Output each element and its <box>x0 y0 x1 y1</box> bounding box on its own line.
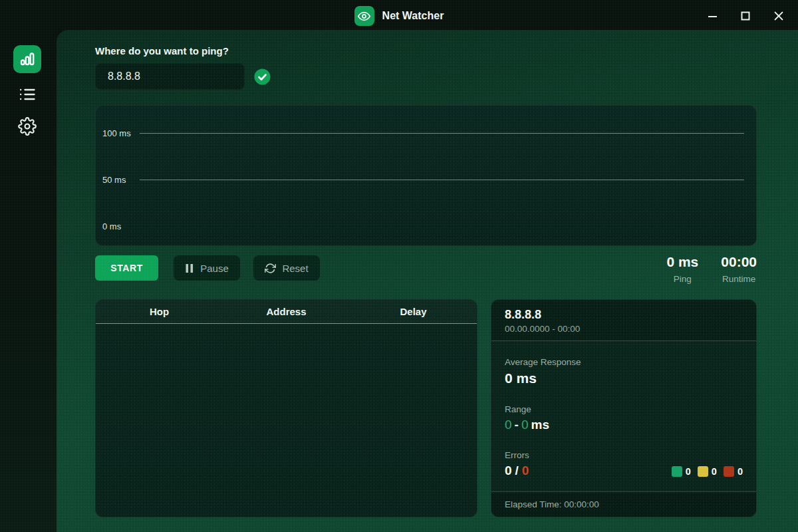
session-body: Average Response 0 ms Range 0-0ms Errors… <box>491 341 756 491</box>
legend-item-success: 0 <box>672 466 691 477</box>
pause-icon <box>185 263 194 273</box>
range-label: Range <box>505 404 743 414</box>
sidebar-item-results[interactable] <box>15 82 39 106</box>
error-count: 0 <box>737 466 743 477</box>
range-max: 0 <box>521 418 529 432</box>
success-count: 0 <box>686 466 691 477</box>
reset-icon <box>265 263 276 274</box>
session-target: 8.8.8.8 <box>505 308 743 322</box>
warning-swatch-icon <box>698 466 708 477</box>
ping-stat: 0 ms Ping <box>666 254 698 284</box>
app-logo <box>354 6 374 26</box>
bar-chart-icon <box>19 51 35 67</box>
pause-button[interactable]: Pause <box>174 255 240 281</box>
y-tick-50: 50 ms <box>102 175 134 185</box>
maximize-icon <box>741 11 750 21</box>
runtime-value: 00:00 <box>721 254 757 270</box>
reset-label: Reset <box>282 263 308 274</box>
gridline-50ms: 50 ms <box>102 175 744 184</box>
legend-item-error: 0 <box>724 466 743 477</box>
pause-label: Pause <box>200 263 229 274</box>
error-swatch-icon <box>724 466 734 477</box>
average-response-value: 0 ms <box>505 370 743 386</box>
check-circle-icon <box>254 68 271 85</box>
valid-target-indicator <box>254 68 271 85</box>
errors-total: 0 <box>522 464 529 477</box>
y-tick-0: 0 ms <box>102 221 134 231</box>
ping-question-label: Where do you want to ping? <box>95 45 229 57</box>
range-section: Range 0-0ms <box>505 404 743 432</box>
gridline-100ms: 100 ms <box>102 128 744 138</box>
success-swatch-icon <box>672 466 682 477</box>
reset-button[interactable]: Reset <box>253 255 320 281</box>
column-header-delay: Delay <box>350 306 477 317</box>
legend-item-warning: 0 <box>698 466 717 477</box>
range-separator: - <box>512 418 521 432</box>
start-button[interactable]: START <box>95 255 158 281</box>
gridline <box>140 133 744 134</box>
gridline <box>140 180 744 180</box>
errors-current: 0 <box>505 464 512 477</box>
gridline-0ms: 0 ms <box>102 221 744 231</box>
ping-stat-label: Ping <box>674 274 692 284</box>
elapsed-time: Elapsed Time: 00:00:00 <box>491 491 756 517</box>
sidebar-item-settings[interactable] <box>15 114 39 138</box>
average-response-label: Average Response <box>505 357 743 367</box>
warning-count: 0 <box>712 466 717 477</box>
errors-value: 0/0 <box>505 464 529 478</box>
minimize-button[interactable] <box>704 7 721 25</box>
errors-block: Errors 0/0 <box>505 450 529 478</box>
range-unit: ms <box>531 418 549 432</box>
ping-chart: 100 ms 50 ms 0 ms <box>95 105 757 246</box>
session-details-panel: 8.8.8.8 00.00.0000 - 00:00 Average Respo… <box>491 299 757 517</box>
window-controls <box>704 0 787 32</box>
list-icon <box>18 85 37 104</box>
ping-target-input[interactable] <box>95 63 245 90</box>
column-header-hop: Hop <box>96 306 223 317</box>
sidebar <box>0 32 57 532</box>
errors-section: Errors 0/0 0 0 0 <box>505 450 743 478</box>
runtime-stat-label: Runtime <box>722 274 755 284</box>
range-value: 0-0ms <box>505 418 743 432</box>
app-title: Net Watcher <box>382 10 444 22</box>
session-header: 8.8.8.8 00.00.0000 - 00:00 <box>491 300 756 341</box>
sidebar-item-monitor[interactable] <box>13 45 41 73</box>
controls-row: START Pause Reset <box>95 255 320 281</box>
hop-table-header: Hop Address Delay <box>96 300 477 324</box>
close-icon <box>773 11 784 21</box>
errors-separator: / <box>512 464 522 477</box>
session-datetime: 00.00.0000 - 00:00 <box>505 324 743 334</box>
hop-table: Hop Address Delay <box>95 299 477 517</box>
gear-icon <box>18 117 37 136</box>
column-header-address: Address <box>223 306 350 317</box>
runtime-stat: 00:00 Runtime <box>721 254 757 284</box>
errors-label: Errors <box>505 450 529 460</box>
ping-value: 0 ms <box>666 254 698 270</box>
eye-icon <box>358 10 370 23</box>
y-tick-100: 100 ms <box>102 128 134 138</box>
live-stats: 0 ms Ping 00:00 Runtime <box>666 254 757 284</box>
range-min: 0 <box>505 418 512 432</box>
maximize-button[interactable] <box>737 7 754 25</box>
average-response-section: Average Response 0 ms <box>505 357 743 386</box>
titlebar: Net Watcher <box>0 0 798 32</box>
minimize-icon <box>708 11 718 21</box>
main-content: Where do you want to ping? 100 ms 50 ms … <box>57 30 798 532</box>
close-button[interactable] <box>770 7 787 25</box>
status-legend: 0 0 0 <box>672 466 743 478</box>
